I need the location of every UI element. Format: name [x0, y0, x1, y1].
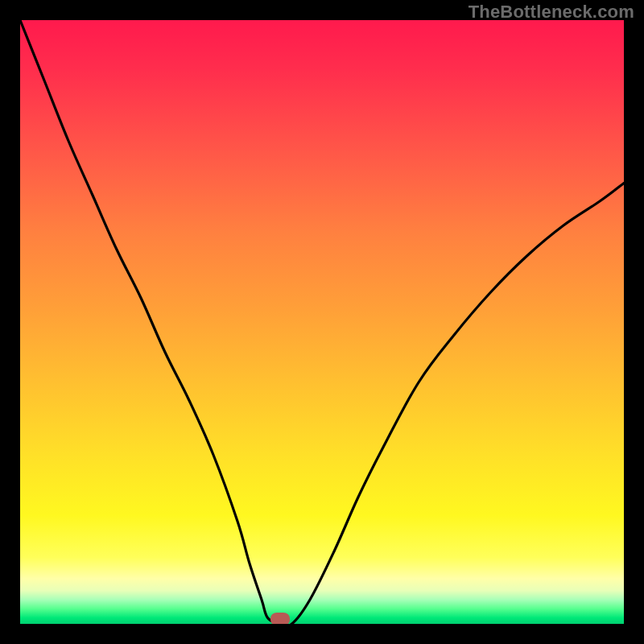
watermark-text: TheBottleneck.com — [469, 2, 634, 23]
plot-area — [20, 20, 624, 624]
bottleneck-curve — [20, 20, 624, 624]
optimal-point-marker — [270, 613, 290, 624]
chart-frame: TheBottleneck.com — [0, 0, 644, 644]
curve-svg — [20, 20, 624, 624]
